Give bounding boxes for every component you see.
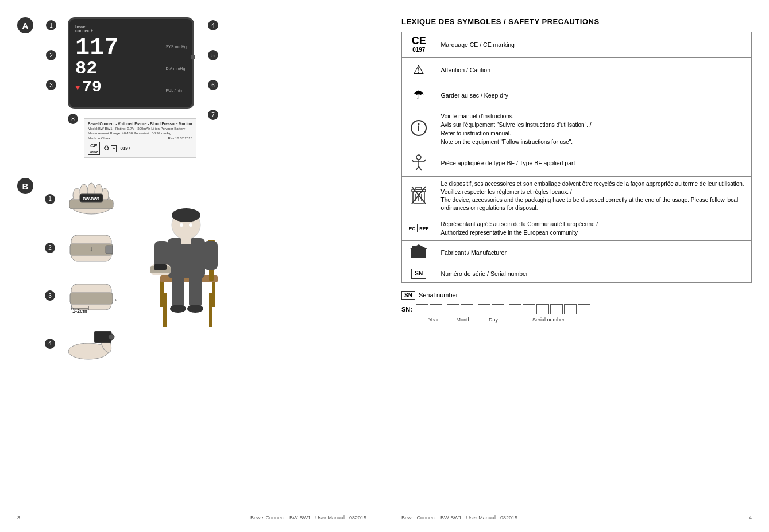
svg-text:→: → (110, 295, 118, 304)
annotation-8: 8 (68, 114, 78, 124)
label-line3: Measurement Range: 40-180 Pulses/min 0-2… (88, 131, 192, 135)
sn-box-3 (536, 304, 549, 314)
annotation-5: 5 (208, 50, 218, 60)
device-labels: SYS mmHg DIA mmHg PUL /min (165, 36, 187, 102)
step-1-num: 1 (45, 194, 55, 204)
step-4-row: 4 (45, 323, 123, 364)
serial-number-section: SN Serial number SN: (401, 291, 752, 323)
symbol-row-ecrep: EC REP Représentant agréé au sein de la … (402, 216, 752, 241)
step-2-svg: ↓ (60, 227, 123, 267)
svg-point-50 (416, 155, 421, 160)
symbol-manufacturer (402, 241, 436, 265)
svg-rect-28 (212, 278, 215, 307)
symbol-umbrella: ☂ (402, 83, 436, 108)
umbrella-text: Garder au sec / Keep dry (436, 83, 751, 108)
step-2-illus: ↓ (60, 227, 123, 269)
svg-point-43 (172, 208, 200, 222)
symbol-row-sn: SN Numéro de série / Serial number (402, 265, 752, 282)
right-annotations: 4 5 6 7 (208, 20, 218, 130)
step-3-num: 3 (45, 290, 55, 301)
recycle-icon (407, 185, 431, 208)
label-strip: BewellConnect - Visioned France - Blood … (84, 118, 196, 158)
svg-line-54 (419, 166, 422, 170)
warning-icon: ⚠ (407, 61, 431, 79)
sn-box-4 (550, 304, 563, 314)
right-page-footer: BewellConnect - BW-BW1 - User Manual - 0… (401, 511, 752, 521)
svg-text:1-2cm: 1-2cm (72, 308, 87, 314)
device-screen: 117 82 ♥ 79 SYS mmHg DIA mmHg PUL /min (75, 36, 187, 102)
step-3-svg: 1-2cm → (60, 275, 123, 316)
day-boxes (478, 304, 504, 314)
manufacturer-text: Fabricant / Manufacturer (436, 241, 751, 265)
sn-box-icon: SN (407, 269, 431, 279)
step-4-svg (60, 323, 123, 363)
day-sublabel: Day (478, 317, 508, 323)
svg-point-49 (418, 123, 420, 125)
section-b-label: B (17, 178, 33, 194)
ce-small: CE 0197 (88, 142, 100, 155)
annotation-4: 4 (208, 20, 218, 30)
serial-num-boxes (509, 304, 590, 314)
sn-box-2 (523, 304, 535, 314)
annotation-7: 7 (208, 110, 218, 120)
ce-text: Marquage CE / CE marking (436, 32, 751, 58)
symbol-row-bf: Pièce appliquée de type BF / Type BF app… (402, 150, 752, 177)
step-3-row: 3 1-2cm → (45, 275, 123, 316)
symbol-row-recycle: Le dispositif, ses accessoires et son em… (402, 177, 752, 216)
left-page-footer: 3 BewellConnect - BW-BW1 - User Manual -… (17, 511, 366, 521)
sn-box-1 (509, 304, 521, 314)
person-svg (146, 178, 238, 333)
sn-text: Numéro de série / Serial number (436, 265, 751, 282)
symbol-row-umbrella: ☂ Garder au sec / Keep dry (402, 83, 752, 108)
pul-label: PUL /min (165, 88, 187, 92)
section-a-label: A (17, 17, 33, 33)
sn-box: SN (401, 291, 415, 300)
step-2-row: 2 ↓ (45, 227, 123, 269)
symbol-row-manufacturer: Fabricant / Manufacturer (402, 241, 752, 265)
serial-number-heading: Serial number (419, 292, 458, 298)
symbol-bf (402, 150, 436, 177)
right-page-number: 4 (749, 515, 752, 521)
year-sublabel: Year (419, 317, 449, 323)
left-page-number: 3 (17, 515, 20, 521)
step-2-num: 2 (45, 243, 55, 253)
symbol-row-ce: CE 0197 Marquage CE / CE marking (402, 32, 752, 58)
svg-rect-38 (203, 241, 218, 270)
month-box-2 (461, 304, 473, 314)
label-line1: BewellConnect - Visioned France - Blood … (88, 121, 192, 126)
book-icon: i (407, 119, 431, 139)
serial-input-row: SN: (401, 304, 752, 314)
right-footer-text: BewellConnect - BW-BW1 - User Manual - 0… (401, 515, 517, 521)
month-box-1 (447, 304, 459, 314)
svg-line-55 (412, 160, 414, 162)
svg-text:↓: ↓ (90, 245, 93, 253)
svg-point-34 (170, 305, 186, 313)
step-4-num: 4 (45, 339, 55, 349)
manufacturer-icon (407, 244, 431, 261)
section-a: A 1 2 3 bewell connect+ (17, 17, 366, 158)
symbol-row-warning: ⚠ Attention / Caution (402, 58, 752, 83)
annotation-2: 2 (46, 50, 56, 60)
person-illustration (146, 178, 238, 333)
bf-icon (407, 154, 431, 173)
steps-column: 1 (45, 178, 123, 371)
icons-row: ♻ + (103, 143, 117, 153)
left-page: A 1 2 3 bewell connect+ (0, 0, 384, 532)
step-1-row: 1 (45, 178, 123, 220)
svg-text:BW-BW1: BW-BW1 (83, 197, 100, 201)
svg-rect-46 (181, 237, 191, 244)
step-4-illus (60, 323, 123, 364)
dia-value: 82 (75, 60, 163, 78)
svg-line-56 (424, 160, 426, 162)
year-boxes (416, 304, 442, 314)
svg-rect-36 (168, 238, 205, 278)
ce-number-label: 0197 (120, 145, 130, 152)
ecrep-divider (417, 224, 418, 232)
svg-rect-27 (160, 278, 164, 307)
left-annotations: 1 2 3 (46, 20, 56, 100)
ce-label-row: CE 0197 ♻ + 0197 (88, 142, 192, 155)
day-box-1 (478, 304, 490, 314)
ecrep-text: Représentant agréé au sein de la Communa… (436, 216, 751, 241)
svg-rect-41 (154, 264, 167, 270)
umbrella-icon: ☂ (407, 87, 431, 104)
